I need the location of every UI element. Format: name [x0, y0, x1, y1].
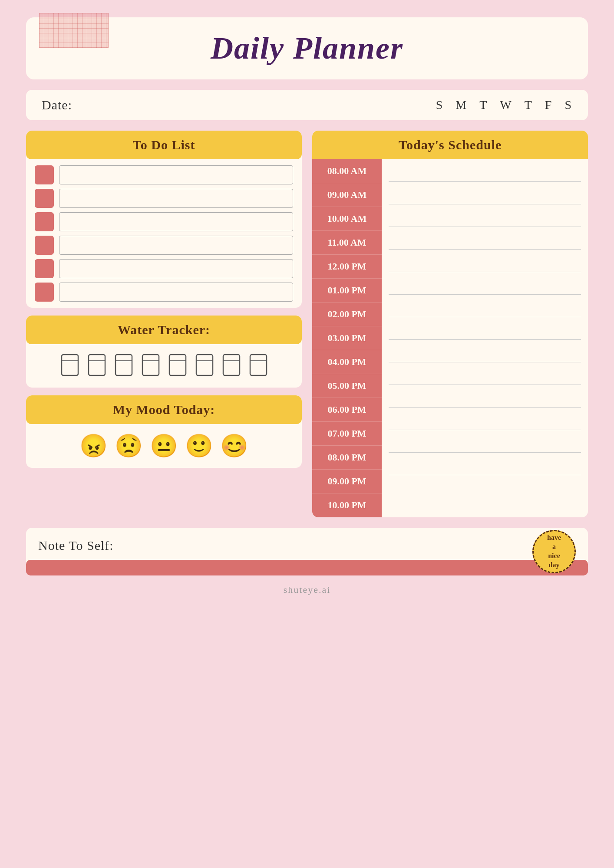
mood-emojis: 😠 😟 😐 🙂 😊 — [26, 424, 302, 468]
event-0200pm[interactable] — [389, 295, 581, 317]
time-0300pm: 03.00 PM — [312, 326, 382, 350]
mood-sad[interactable]: 😟 — [115, 433, 143, 459]
page-title: Daily Planner — [43, 30, 571, 66]
todo-input-1[interactable] — [59, 165, 293, 184]
time-0600pm: 06.00 PM — [312, 398, 382, 422]
event-0700pm[interactable] — [389, 408, 581, 430]
day-f: F — [545, 98, 553, 112]
day-s2: S — [564, 98, 572, 112]
water-cup-4[interactable] — [139, 353, 162, 379]
time-1000pm: 10.00 PM — [312, 493, 382, 517]
todo-item-5 — [35, 259, 293, 278]
event-0900am[interactable] — [389, 182, 581, 204]
svg-rect-12 — [223, 355, 240, 375]
mood-angry[interactable]: 😠 — [79, 433, 108, 459]
time-1000am: 10.00 AM — [312, 207, 382, 231]
todo-checkbox-1[interactable] — [35, 165, 54, 184]
water-cup-3[interactable] — [112, 353, 135, 379]
water-cup-8[interactable] — [247, 353, 270, 379]
time-0800am: 08.00 AM — [312, 159, 382, 183]
event-0900pm[interactable] — [389, 453, 581, 475]
brand-name: shuteye.ai — [284, 584, 331, 595]
svg-rect-14 — [250, 355, 267, 375]
date-label: Date: — [42, 98, 72, 112]
mood-very-happy[interactable]: 😊 — [220, 433, 248, 459]
water-cup-5[interactable] — [166, 353, 189, 379]
todo-checkbox-5[interactable] — [35, 259, 54, 278]
svg-rect-0 — [62, 355, 78, 375]
event-0100pm[interactable] — [389, 272, 581, 295]
todo-input-5[interactable] — [59, 259, 293, 278]
time-0500pm: 05.00 PM — [312, 374, 382, 398]
schedule-section: Today's Schedule 08.00 AM 09.00 AM 10.00… — [312, 131, 588, 517]
time-0100pm: 01.00 PM — [312, 279, 382, 302]
svg-rect-8 — [169, 355, 186, 375]
todo-item-4 — [35, 236, 293, 255]
todo-input-2[interactable] — [59, 189, 293, 208]
have-nice-day-badge: haveaniceday — [532, 530, 576, 573]
todo-items — [26, 159, 302, 308]
todo-checkbox-4[interactable] — [35, 236, 54, 255]
water-cups — [26, 344, 302, 388]
mood-section: My Mood Today: 😠 😟 😐 🙂 😊 — [26, 395, 302, 468]
event-column — [382, 159, 588, 517]
mood-happy[interactable]: 🙂 — [185, 433, 213, 459]
water-cup-2[interactable] — [85, 353, 109, 379]
time-0700pm: 07.00 PM — [312, 422, 382, 446]
svg-rect-2 — [89, 355, 105, 375]
todo-item-2 — [35, 189, 293, 208]
water-cup-1[interactable] — [58, 353, 82, 379]
water-cup-6[interactable] — [193, 353, 216, 379]
todo-checkbox-6[interactable] — [35, 283, 54, 302]
todo-input-3[interactable] — [59, 212, 293, 231]
event-0500pm[interactable] — [389, 362, 581, 385]
note-label: Note To Self: — [38, 538, 114, 553]
todo-section: To Do List — [26, 131, 302, 308]
footer: shuteye.ai — [26, 584, 588, 595]
header-card: Daily Planner — [26, 17, 588, 79]
time-0800pm: 08.00 PM — [312, 446, 382, 470]
water-section: Water Tracker: — [26, 316, 302, 388]
event-1000pm[interactable] — [389, 475, 581, 498]
day-w: W — [500, 98, 512, 112]
schedule-header: Today's Schedule — [312, 131, 588, 159]
todo-header: To Do List — [26, 131, 302, 159]
todo-checkbox-2[interactable] — [35, 189, 54, 208]
event-1100am[interactable] — [389, 227, 581, 250]
day-t1: T — [479, 98, 488, 112]
time-1200pm: 12.00 PM — [312, 255, 382, 279]
note-section: Note To Self: haveaniceday — [26, 528, 588, 575]
event-0300pm[interactable] — [389, 317, 581, 340]
washi-tape-decoration — [39, 13, 109, 48]
svg-rect-10 — [196, 355, 213, 375]
event-1000am[interactable] — [389, 204, 581, 227]
main-grid: To Do List — [26, 131, 588, 517]
days-of-week: S M T W T F S — [436, 98, 572, 112]
event-0600pm[interactable] — [389, 385, 581, 408]
svg-rect-4 — [116, 355, 132, 375]
day-t2: T — [525, 98, 533, 112]
event-0800am[interactable] — [389, 159, 581, 182]
mood-header: My Mood Today: — [26, 395, 302, 424]
day-s1: S — [436, 98, 444, 112]
note-area[interactable] — [26, 560, 588, 575]
page: Daily Planner Date: S M T W T F S To Do … — [26, 17, 588, 595]
time-0200pm: 02.00 PM — [312, 302, 382, 326]
todo-input-6[interactable] — [59, 283, 293, 302]
event-0400pm[interactable] — [389, 340, 581, 362]
todo-checkbox-3[interactable] — [35, 212, 54, 231]
time-1100am: 11.00 AM — [312, 231, 382, 255]
right-column: Today's Schedule 08.00 AM 09.00 AM 10.00… — [312, 131, 588, 517]
todo-item-6 — [35, 283, 293, 302]
event-0800pm[interactable] — [389, 430, 581, 453]
event-1200pm[interactable] — [389, 250, 581, 272]
todo-input-4[interactable] — [59, 236, 293, 255]
day-m: M — [456, 98, 467, 112]
todo-item-3 — [35, 212, 293, 231]
mood-neutral[interactable]: 😐 — [150, 433, 178, 459]
schedule-body: 08.00 AM 09.00 AM 10.00 AM 11.00 AM 12.0… — [312, 159, 588, 517]
water-cup-7[interactable] — [220, 353, 243, 379]
time-0400pm: 04.00 PM — [312, 350, 382, 374]
left-column: To Do List — [26, 131, 302, 517]
svg-rect-6 — [142, 355, 159, 375]
